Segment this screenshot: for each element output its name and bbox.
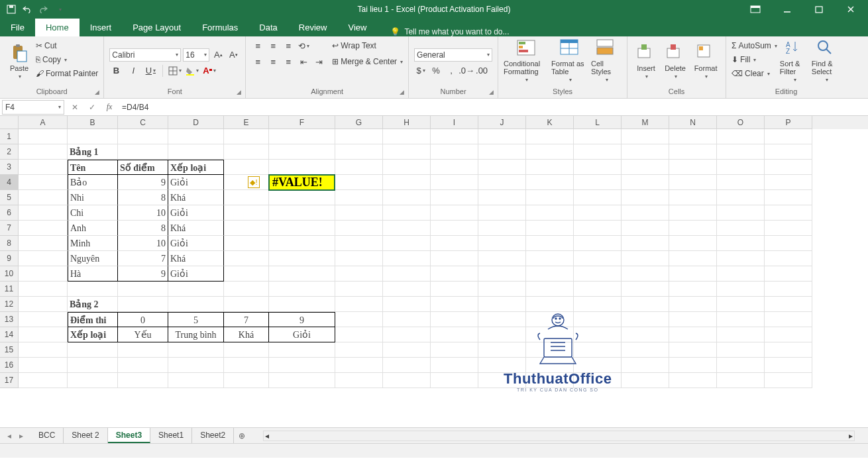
cell[interactable] (765, 282, 812, 297)
cell[interactable] (669, 144, 717, 160)
fill-button[interactable]: ⬇Fill▾ (732, 53, 777, 66)
qat-customize-icon[interactable]: ▾ (53, 2, 68, 17)
cell[interactable] (224, 342, 269, 358)
cell[interactable]: Nhi (68, 190, 118, 205)
table-row[interactable]: 2Bảng 1 (0, 144, 868, 160)
cell[interactable] (383, 205, 431, 221)
cell[interactable]: 7 (224, 312, 269, 327)
cell[interactable] (68, 129, 118, 144)
cell[interactable] (478, 129, 526, 144)
cell[interactable] (383, 144, 431, 160)
cell[interactable] (431, 358, 478, 373)
row-header[interactable]: 5 (0, 190, 19, 205)
cell[interactable]: Giỏi (168, 236, 224, 251)
grid-rows[interactable]: 12Bảng 13TênSố điểmXếp loại4Bảo9Giỏi5Nhi… (0, 129, 868, 427)
cell[interactable]: Bảng 2 (68, 297, 118, 312)
cell[interactable] (431, 175, 478, 190)
row-header[interactable]: 3 (0, 160, 19, 175)
cell[interactable]: Giỏi (269, 327, 335, 342)
cell[interactable] (269, 251, 335, 266)
cell[interactable] (717, 160, 765, 175)
cell[interactable] (574, 297, 622, 312)
cell[interactable] (622, 190, 669, 205)
cell[interactable] (765, 129, 812, 144)
cell[interactable] (622, 129, 669, 144)
cell[interactable] (383, 175, 431, 190)
cell[interactable] (669, 342, 717, 358)
cell[interactable] (478, 251, 526, 266)
cell[interactable] (765, 251, 812, 266)
cell[interactable] (431, 297, 478, 312)
fx-icon[interactable]: fx (101, 102, 118, 112)
cell[interactable] (68, 373, 118, 388)
cell[interactable]: 9 (118, 266, 168, 282)
cell[interactable] (335, 282, 383, 297)
cell[interactable] (622, 236, 669, 251)
cell[interactable] (622, 160, 669, 175)
cell[interactable] (765, 297, 812, 312)
col-header-P[interactable]: P (765, 116, 812, 129)
cell[interactable] (574, 312, 622, 327)
sheet-tab[interactable]: Sheet1 (150, 428, 192, 443)
cell[interactable] (19, 144, 68, 160)
sort-filter-button[interactable]: AZSort & Filter▾ (780, 39, 809, 83)
new-sheet-button[interactable]: ⊕ (234, 431, 250, 440)
cell[interactable] (526, 312, 574, 327)
cell[interactable]: Bảng 1 (68, 144, 118, 160)
cell[interactable] (717, 190, 765, 205)
enter-icon[interactable]: ✓ (83, 103, 101, 112)
cell[interactable] (383, 312, 431, 327)
cell[interactable]: 8 (118, 221, 168, 236)
cell[interactable]: Hà (68, 266, 118, 282)
cell[interactable] (526, 251, 574, 266)
table-row[interactable]: 10Hà9Giỏi (0, 266, 868, 282)
cell[interactable] (622, 266, 669, 282)
cell[interactable] (765, 342, 812, 358)
table-row[interactable]: 14Xếp loạiYếuTrung bìnhKháGiỏi (0, 327, 868, 342)
align-bottom-icon[interactable]: ≡ (282, 39, 295, 52)
col-header-F[interactable]: F (269, 116, 335, 129)
cell[interactable] (431, 129, 478, 144)
table-row[interactable]: 17 (0, 373, 868, 388)
cell[interactable] (383, 373, 431, 388)
bold-button[interactable]: B (109, 64, 123, 78)
cell[interactable] (478, 190, 526, 205)
col-header-N[interactable]: N (669, 116, 717, 129)
cell[interactable] (669, 282, 717, 297)
cell[interactable] (526, 373, 574, 388)
cell[interactable] (335, 144, 383, 160)
cell[interactable] (669, 221, 717, 236)
cell[interactable] (118, 282, 168, 297)
cell[interactable] (717, 251, 765, 266)
cell[interactable] (622, 312, 669, 327)
cell[interactable]: 8 (118, 190, 168, 205)
cell[interactable] (717, 373, 765, 388)
cell[interactable] (622, 342, 669, 358)
cell[interactable] (269, 129, 335, 144)
cell[interactable] (19, 312, 68, 327)
cell[interactable] (269, 221, 335, 236)
decrease-indent-icon[interactable]: ⇤ (297, 55, 310, 68)
col-header-A[interactable]: A (19, 116, 68, 129)
cell[interactable] (431, 373, 478, 388)
font-name-select[interactable]: Calibri▾ (109, 48, 181, 62)
col-header-H[interactable]: H (383, 116, 431, 129)
cell[interactable] (269, 205, 335, 221)
cell[interactable] (431, 144, 478, 160)
cell[interactable] (224, 190, 269, 205)
cell[interactable]: Bảo (68, 175, 118, 190)
shrink-font-icon[interactable]: A▾ (227, 48, 240, 62)
cell[interactable] (765, 205, 812, 221)
cell[interactable] (269, 144, 335, 160)
copy-button[interactable]: ⎘Copy▾ (36, 53, 98, 66)
find-select-button[interactable]: Find & Select▾ (812, 39, 841, 83)
cell[interactable]: Khá (224, 327, 269, 342)
cell[interactable] (765, 266, 812, 282)
conditional-formatting-button[interactable]: Conditional Formatting▾ (504, 39, 549, 83)
cell[interactable] (19, 342, 68, 358)
cell[interactable] (478, 312, 526, 327)
cell[interactable] (335, 160, 383, 175)
cell[interactable]: Anh (68, 221, 118, 236)
cell[interactable] (574, 282, 622, 297)
cell[interactable] (574, 373, 622, 388)
